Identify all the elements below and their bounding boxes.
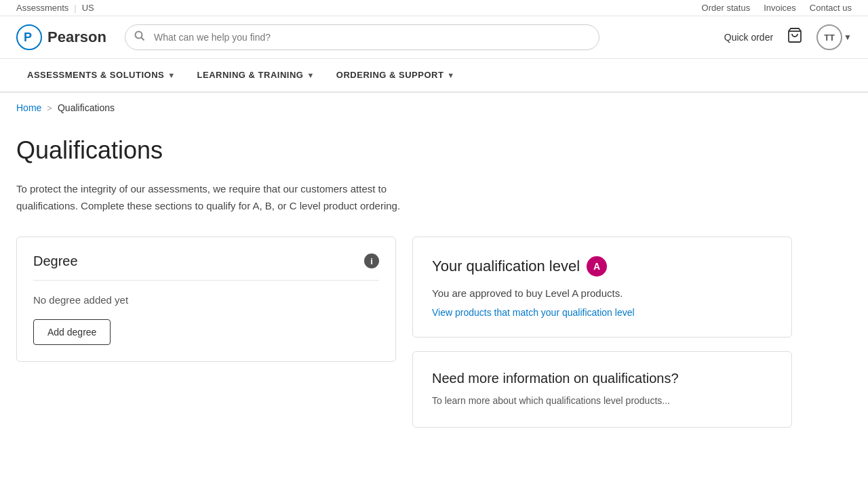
brand-name: Pearson	[47, 28, 106, 46]
more-info-text: To learn more about which qualifications…	[432, 393, 772, 408]
svg-line-2	[142, 38, 144, 41]
add-degree-button[interactable]: Add degree	[33, 319, 111, 345]
degree-card: Degree i No degree added yet Add degree	[16, 237, 396, 362]
chevron-down-icon: ▼	[447, 71, 454, 79]
main-content: Qualifications To protect the integrity …	[0, 123, 868, 455]
nav-item-ordering[interactable]: ORDERING & SUPPORT ▼	[326, 59, 466, 93]
right-column: Your qualification level A You are appro…	[412, 237, 792, 428]
header-right: Quick order TT ▼	[724, 24, 852, 50]
level-badge: A	[587, 256, 607, 277]
breadcrumb-separator: >	[47, 103, 52, 113]
chevron-down-icon: ▼	[844, 33, 852, 42]
utility-bar: Assessments | US Order status Invoices C…	[0, 0, 868, 16]
contact-us-link[interactable]: Contact us	[810, 3, 852, 13]
svg-text:P: P	[24, 30, 32, 44]
nav-item-learning[interactable]: LEARNING & TRAINING ▼	[186, 59, 326, 93]
region-label: US	[82, 3, 94, 13]
utility-bar-right: Order status Invoices Contact us	[702, 3, 852, 13]
more-info-title: Need more information on qualifications?	[432, 371, 772, 386]
invoices-link[interactable]: Invoices	[764, 3, 796, 13]
page-description: To protect the integrity of our assessme…	[16, 181, 423, 215]
breadcrumb-home[interactable]: Home	[16, 102, 41, 113]
chevron-down-icon: ▼	[307, 71, 314, 79]
utility-bar-left: Assessments | US	[16, 3, 94, 13]
search-input[interactable]	[125, 24, 599, 50]
avatar: TT	[816, 24, 842, 50]
quick-order-button[interactable]: Quick order	[724, 32, 773, 43]
nav-bar: ASSESSMENTS & SOLUTIONS ▼ LEARNING & TRA…	[0, 59, 868, 93]
search-bar	[125, 24, 599, 50]
header: P Pearson Quick order TT ▼	[0, 16, 868, 59]
content-columns: Degree i No degree added yet Add degree …	[16, 237, 852, 428]
page-title: Qualifications	[16, 136, 852, 165]
pipe-separator: |	[74, 3, 76, 13]
left-column: Degree i No degree added yet Add degree	[16, 237, 396, 362]
svg-point-1	[136, 32, 142, 39]
qual-products-link[interactable]: View products that match your qualificat…	[432, 307, 635, 318]
assessments-label: Assessments	[16, 3, 68, 13]
qual-level-title-row: Your qualification level A	[432, 256, 772, 277]
breadcrumb-current: Qualifications	[58, 102, 115, 113]
cart-icon[interactable]	[787, 27, 803, 47]
breadcrumb: Home > Qualifications	[0, 93, 868, 123]
degree-card-title: Degree	[33, 253, 78, 269]
qual-approved-text: You are approved to buy Level A products…	[432, 287, 772, 299]
qualification-level-card: Your qualification level A You are appro…	[412, 237, 792, 338]
degree-card-header: Degree i	[33, 253, 379, 281]
logo-link[interactable]: P Pearson	[16, 24, 111, 50]
nav-item-assessments[interactable]: ASSESSMENTS & SOLUTIONS ▼	[16, 59, 186, 93]
more-info-card: Need more information on qualifications?…	[412, 351, 792, 428]
user-menu[interactable]: TT ▼	[816, 24, 852, 50]
no-degree-text: No degree added yet	[33, 294, 379, 306]
order-status-link[interactable]: Order status	[702, 3, 751, 13]
search-icon	[134, 30, 145, 44]
qual-level-title: Your qualification level	[432, 258, 580, 275]
info-icon[interactable]: i	[364, 253, 379, 268]
logo-icon: P	[16, 24, 42, 50]
chevron-down-icon: ▼	[167, 71, 175, 79]
